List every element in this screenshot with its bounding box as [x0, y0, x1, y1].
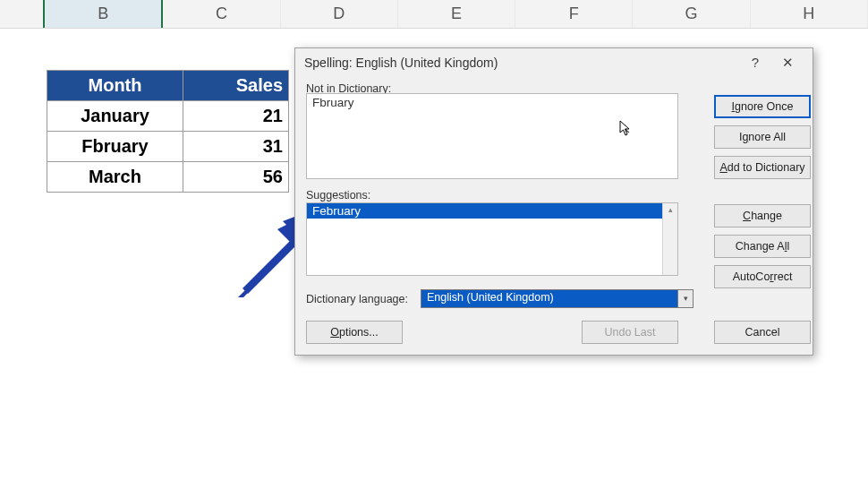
- data-table: Month Sales January 21 Fbruary 31 March …: [47, 70, 289, 193]
- autocorrect-button[interactable]: AutoCorrect: [714, 265, 811, 288]
- cell-sales[interactable]: 31: [183, 132, 289, 162]
- change-all-button[interactable]: Change All: [714, 235, 811, 258]
- column-header-H[interactable]: H: [751, 0, 868, 28]
- table-row: January 21: [47, 101, 289, 132]
- table-header-row: Month Sales: [47, 71, 289, 101]
- cancel-button[interactable]: Cancel: [714, 321, 811, 344]
- table-row: March 56: [47, 162, 289, 193]
- cell-month[interactable]: January: [47, 101, 183, 132]
- suggestions-listbox[interactable]: February ▴: [306, 202, 678, 276]
- dictionary-language-value: English (United Kingdom): [427, 291, 554, 304]
- ignore-all-button[interactable]: Ignore All: [714, 125, 811, 149]
- suggestions-label: Suggestions:: [306, 189, 370, 202]
- dictionary-language-select[interactable]: English (United Kingdom) ▾: [421, 289, 678, 308]
- dialog-body: Not in Dictionary: Fbruary Suggestions: …: [295, 77, 813, 104]
- add-to-dictionary-button[interactable]: Add to Dictionary: [714, 156, 811, 179]
- dictionary-language-label: Dictionary language:: [306, 293, 421, 305]
- column-header-C[interactable]: C: [163, 0, 280, 28]
- help-button[interactable]: ?: [739, 48, 771, 77]
- suggestions-scrollbar[interactable]: ▴: [662, 203, 677, 275]
- not-in-dictionary-input[interactable]: Fbruary: [306, 93, 678, 179]
- change-button[interactable]: Change: [714, 204, 811, 227]
- chevron-down-icon[interactable]: ▾: [677, 289, 694, 308]
- spelling-dialog: Spelling: English (United Kingdom) ? ✕ N…: [294, 47, 813, 356]
- column-header-F[interactable]: F: [515, 0, 633, 28]
- scroll-up-icon[interactable]: ▴: [668, 203, 673, 214]
- cell-month[interactable]: Fbruary: [47, 132, 183, 162]
- cell-month[interactable]: March: [47, 162, 183, 193]
- options-button[interactable]: Options...: [306, 321, 403, 344]
- close-button[interactable]: ✕: [771, 48, 804, 77]
- header-sales[interactable]: Sales: [183, 71, 289, 101]
- column-header-B[interactable]: B: [43, 0, 163, 28]
- column-header-E[interactable]: E: [398, 0, 515, 28]
- table-row: Fbruary 31: [47, 132, 289, 162]
- dialog-title-text: Spelling: English (United Kingdom): [304, 48, 739, 77]
- undo-last-button: Undo Last: [582, 321, 678, 344]
- cell-sales[interactable]: 56: [183, 162, 289, 193]
- column-header-G[interactable]: G: [633, 0, 750, 28]
- column-header-row: B C D E F G H: [0, 0, 868, 29]
- header-spacer: [0, 0, 43, 28]
- ignore-once-button[interactable]: Ignore Once: [714, 95, 811, 118]
- column-header-D[interactable]: D: [281, 0, 398, 28]
- dictionary-language-row: Dictionary language: English (United Kin…: [306, 289, 678, 308]
- suggestion-item[interactable]: February: [307, 203, 677, 219]
- cell-sales[interactable]: 21: [183, 101, 289, 132]
- dialog-titlebar[interactable]: Spelling: English (United Kingdom) ? ✕: [295, 48, 813, 77]
- header-month[interactable]: Month: [47, 71, 183, 101]
